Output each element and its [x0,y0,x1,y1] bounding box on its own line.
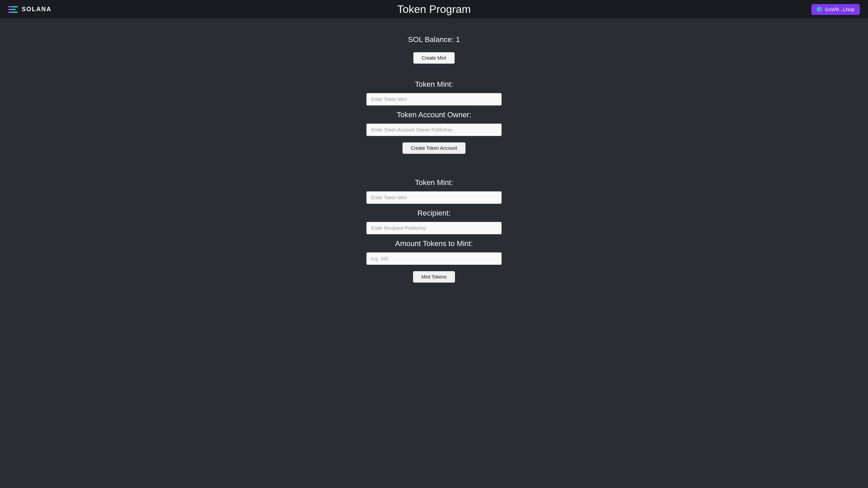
token-account-owner-input[interactable] [366,123,502,136]
wallet-label: GnWR...LNop [825,7,854,12]
amount-tokens-label: Amount Tokens to Mint: [395,239,473,248]
page-title: Token Program [397,3,471,16]
token-mint-label-2: Token Mint: [415,178,453,187]
solana-logo-icon [8,5,19,14]
recipient-input[interactable] [366,222,502,235]
mint-tokens-button[interactable]: Mint Tokens [413,271,455,283]
amount-tokens-input[interactable] [366,252,502,265]
mint-tokens-section: Token Mint: Recipient: Amount Tokens to … [366,178,502,296]
wallet-button[interactable]: GnWR...LNop [811,4,860,15]
sol-balance: SOL Balance: 1 [408,35,460,44]
logo-text: SOLANA [22,6,52,13]
token-mint-section: Token Mint: Token Account Owner: Create … [366,80,502,167]
main-content: SOL Balance: 1 Create Mint Token Mint: T… [0,19,868,323]
token-mint-label: Token Mint: [415,80,453,89]
wallet-icon [817,7,822,12]
token-account-owner-label: Token Account Owner: [397,110,471,119]
recipient-label: Recipient: [417,209,451,218]
create-token-account-button[interactable]: Create Token Account [402,142,466,154]
token-mint-input-2[interactable] [366,191,502,204]
create-mint-button[interactable]: Create Mint [413,52,455,64]
token-mint-input[interactable] [366,93,502,106]
logo-area: SOLANA [8,5,52,14]
